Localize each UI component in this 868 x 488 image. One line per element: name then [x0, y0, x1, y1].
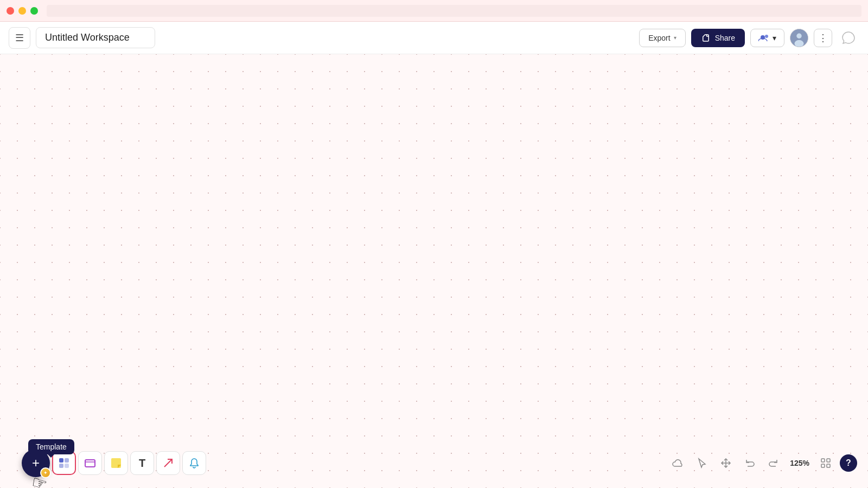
text-icon: T [139, 457, 145, 470]
move-icon [720, 458, 731, 468]
export-chevron-icon: ▾ [674, 35, 676, 41]
undo-icon [744, 458, 755, 468]
zoom-level[interactable]: 125% [788, 459, 812, 467]
cloud-sync-button[interactable] [668, 453, 688, 473]
sticky-note-tool-button[interactable] [104, 451, 128, 475]
arrow-tool-button[interactable] [156, 451, 180, 475]
close-button[interactable] [7, 7, 14, 15]
avatar-image [790, 29, 808, 47]
svg-rect-15 [821, 459, 825, 462]
svg-rect-18 [827, 464, 830, 467]
card-icon [84, 457, 96, 469]
export-label: Export [648, 34, 670, 42]
help-button[interactable]: ? [840, 454, 857, 472]
chat-button[interactable] [838, 27, 859, 49]
add-button[interactable]: + ✦ [22, 449, 50, 477]
bell-icon [188, 457, 200, 469]
svg-point-1 [765, 35, 768, 38]
card-tool-button[interactable] [78, 451, 102, 475]
add-icon: + [32, 455, 40, 471]
maximize-button[interactable] [30, 7, 38, 15]
minimize-button[interactable] [18, 7, 26, 15]
svg-rect-7 [59, 464, 63, 468]
sparkle-icon: ✦ [43, 470, 48, 476]
svg-rect-17 [821, 464, 825, 467]
chat-icon [841, 31, 856, 45]
svg-rect-11 [111, 458, 121, 468]
svg-rect-6 [65, 458, 69, 463]
svg-rect-5 [59, 458, 63, 463]
workspace-name-input[interactable]: Untitled Workspace [36, 27, 155, 48]
grid-button[interactable] [816, 453, 835, 473]
user-avatar[interactable] [790, 29, 808, 47]
redo-icon [768, 458, 779, 468]
more-options-button[interactable]: ⋮ [814, 29, 832, 47]
share-label: Share [715, 34, 735, 42]
pointer-tool-button[interactable] [692, 453, 712, 473]
menu-button[interactable]: ☰ [9, 27, 30, 49]
bottom-right-controls: 125% ? [668, 453, 857, 473]
svg-point-3 [796, 33, 801, 38]
title-bar-url [47, 5, 861, 17]
hand-tool-button[interactable] [716, 453, 736, 473]
canvas-area[interactable]: Template + ✦ [0, 54, 868, 488]
undo-button[interactable] [740, 453, 760, 473]
collaborators-button[interactable]: ▾ [750, 29, 784, 47]
svg-rect-16 [827, 459, 830, 462]
help-icon: ? [846, 458, 851, 468]
template-tool-button[interactable] [52, 451, 76, 475]
more-icon: ⋮ [818, 32, 828, 44]
svg-rect-9 [85, 460, 95, 467]
cloud-icon [672, 458, 684, 468]
hamburger-icon: ☰ [15, 32, 24, 44]
header-toolbar: ☰ Untitled Workspace Export ▾ Share ▾ ⋮ [0, 22, 868, 54]
bottom-toolbar: + ✦ [22, 449, 206, 477]
pointer-icon [697, 458, 707, 468]
sparkle-badge: ✦ [40, 467, 51, 478]
grid-icon [820, 458, 831, 468]
svg-line-12 [164, 459, 172, 467]
collab-chevron: ▾ [773, 34, 776, 42]
export-button[interactable]: Export ▾ [639, 29, 685, 47]
redo-button[interactable] [764, 453, 783, 473]
share-button[interactable]: Share [691, 29, 745, 47]
title-bar [0, 0, 868, 22]
template-icon [58, 457, 70, 469]
text-tool-button[interactable]: T [130, 451, 154, 475]
share-icon [701, 33, 711, 43]
sticky-note-icon [110, 457, 122, 469]
collaborators-icon [758, 34, 770, 42]
svg-rect-8 [65, 464, 69, 468]
bell-tool-button[interactable] [182, 451, 206, 475]
arrow-icon [162, 457, 174, 469]
svg-point-4 [795, 40, 804, 47]
